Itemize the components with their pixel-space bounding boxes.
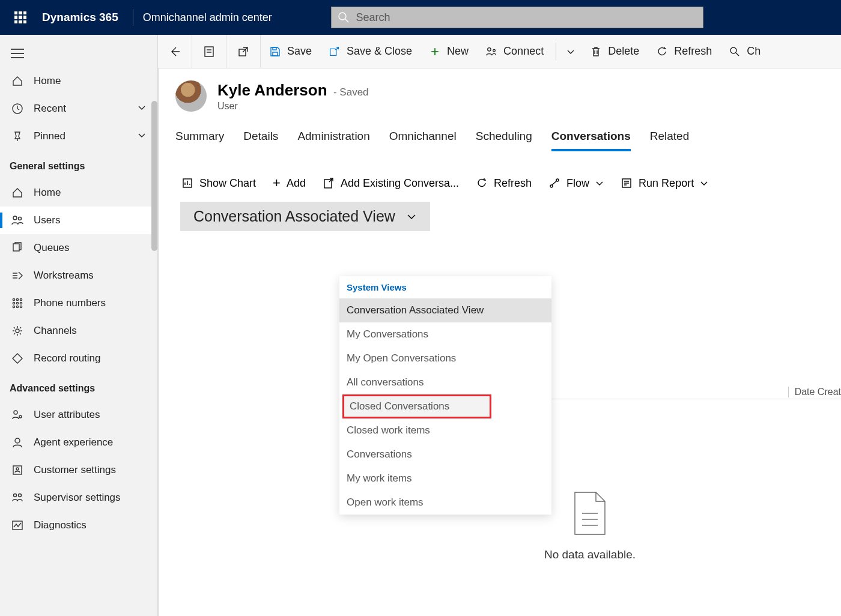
diamond-icon	[11, 352, 24, 365]
svg-rect-8	[13, 244, 19, 251]
chevron-down-icon	[700, 179, 708, 187]
sidebar: Home Recent Pinned General settings Home…	[0, 35, 158, 616]
popout-button[interactable]	[226, 35, 261, 68]
dropdown-item-highlighted[interactable]: Closed Conversations	[342, 394, 491, 418]
sidebar-item-home2[interactable]: Home	[0, 179, 157, 207]
sidebar-item-agent-experience[interactable]: Agent experience	[0, 429, 157, 456]
tab-administration[interactable]: Administration	[297, 130, 369, 151]
sidebar-item-diagnostics[interactable]: Diagnostics	[0, 512, 157, 539]
waffle-icon	[14, 11, 26, 23]
sidebar-item-supervisor-settings[interactable]: Supervisor settings	[0, 484, 157, 512]
new-label: New	[447, 45, 469, 58]
agent-icon	[11, 436, 24, 449]
sidebar-item-pinned[interactable]: Pinned	[0, 122, 157, 150]
dropdown-item[interactable]: My work items	[339, 467, 551, 491]
sidebar-item-home[interactable]: Home	[0, 67, 157, 95]
svg-point-7	[19, 217, 22, 220]
avatar	[175, 80, 207, 112]
app-launcher[interactable]	[6, 0, 35, 35]
dropdown-item[interactable]: My Conversations	[339, 322, 551, 346]
sidebar-item-user-attributes[interactable]: User attributes	[0, 401, 157, 429]
tab-scheduling[interactable]: Scheduling	[476, 130, 532, 151]
tab-conversations[interactable]: Conversations	[551, 130, 631, 151]
connect-label: Connect	[503, 45, 544, 58]
sidebar-item-channels[interactable]: Channels	[0, 317, 157, 345]
chevron-down-icon	[137, 103, 147, 115]
sidebar-item-queues[interactable]: Queues	[0, 234, 157, 262]
dropdown-item[interactable]: All conversations	[339, 370, 551, 394]
task-button[interactable]	[192, 35, 226, 68]
connect-chevron[interactable]	[560, 35, 581, 68]
trash-icon	[590, 46, 602, 58]
home-icon	[11, 186, 24, 199]
users-icon	[11, 214, 24, 227]
dropdown-item[interactable]: Conversations	[339, 442, 551, 467]
search-input[interactable]	[356, 11, 703, 24]
sidebar-toggle[interactable]	[0, 42, 157, 67]
column-date-created[interactable]: Date Creat	[788, 387, 841, 397]
refresh-button[interactable]: Refresh	[648, 35, 720, 68]
run-report-button[interactable]: Run Report	[621, 177, 708, 190]
sidebar-item-customer-settings[interactable]: Customer settings	[0, 456, 157, 484]
sidebar-item-label: User attributes	[34, 409, 100, 421]
run-report-label: Run Report	[639, 177, 694, 190]
dropdown-item[interactable]: Closed work items	[339, 418, 551, 442]
new-button[interactable]: + New	[421, 35, 477, 68]
sidebar-item-label: Phone numbers	[34, 297, 106, 309]
save-close-button[interactable]: Save & Close	[320, 35, 421, 68]
clock-icon	[11, 102, 24, 115]
sidebar-item-recent[interactable]: Recent	[0, 95, 157, 122]
save-button[interactable]: Save	[261, 35, 320, 68]
back-icon	[169, 46, 181, 58]
dropdown-item[interactable]: Open work items	[339, 491, 551, 515]
chevron-down-icon	[406, 211, 417, 222]
subgrid-refresh-button[interactable]: Refresh	[476, 177, 532, 190]
back-button[interactable]	[158, 35, 192, 68]
dialpad-icon	[11, 297, 24, 310]
gear-icon	[11, 324, 24, 337]
dropdown-item[interactable]: Conversation Associated View	[339, 298, 551, 322]
sidebar-item-label: Pinned	[34, 130, 65, 142]
record-status: - Saved	[333, 86, 369, 98]
svg-point-19	[14, 411, 17, 414]
delete-button[interactable]: Delete	[581, 35, 648, 68]
flow-button[interactable]: Flow	[548, 177, 604, 190]
sidebar-item-phone-numbers[interactable]: Phone numbers	[0, 289, 157, 317]
sidebar-item-label: Diagnostics	[34, 519, 87, 531]
dropdown-item[interactable]: My Open Conversations	[339, 346, 551, 370]
svg-point-39	[550, 185, 553, 187]
save-close-label: Save & Close	[347, 45, 412, 58]
view-title: Conversation Associated View	[193, 208, 395, 225]
refresh-icon	[476, 177, 488, 189]
command-bar: Save Save & Close + New Connect Delete	[158, 35, 841, 68]
svg-point-12	[13, 302, 14, 304]
tab-details[interactable]: Details	[243, 130, 278, 151]
flow-icon	[548, 177, 560, 189]
svg-point-17	[20, 306, 22, 307]
sidebar-scrollbar[interactable]	[151, 101, 157, 251]
tab-summary[interactable]: Summary	[175, 130, 224, 151]
tab-related[interactable]: Related	[650, 130, 690, 151]
add-existing-label: Add Existing Conversa...	[341, 177, 459, 190]
view-selector[interactable]: Conversation Associated View	[180, 202, 430, 231]
save-close-icon	[329, 46, 341, 58]
sidebar-item-record-routing[interactable]: Record routing	[0, 345, 157, 372]
sidebar-item-label: Record routing	[34, 352, 101, 364]
tab-omnichannel[interactable]: Omnichannel	[389, 130, 457, 151]
sidebar-item-workstreams[interactable]: Workstreams	[0, 262, 157, 289]
connect-button[interactable]: Connect	[477, 35, 552, 68]
svg-rect-27	[205, 47, 213, 56]
brand-title: Dynamics 365	[42, 11, 118, 24]
global-search[interactable]	[331, 7, 703, 28]
add-button[interactable]: + Add	[273, 175, 306, 191]
sidebar-item-users[interactable]: Users	[0, 207, 157, 234]
show-chart-label: Show Chart	[199, 177, 256, 190]
save-icon	[269, 46, 281, 58]
check-access-button[interactable]: Ch	[720, 35, 769, 68]
report-icon	[621, 177, 633, 189]
show-chart-button[interactable]: Show Chart	[181, 177, 256, 190]
add-existing-button[interactable]: Add Existing Conversa...	[323, 177, 459, 190]
divider	[556, 43, 556, 61]
svg-point-10	[16, 298, 18, 300]
check-label: Ch	[747, 45, 761, 58]
